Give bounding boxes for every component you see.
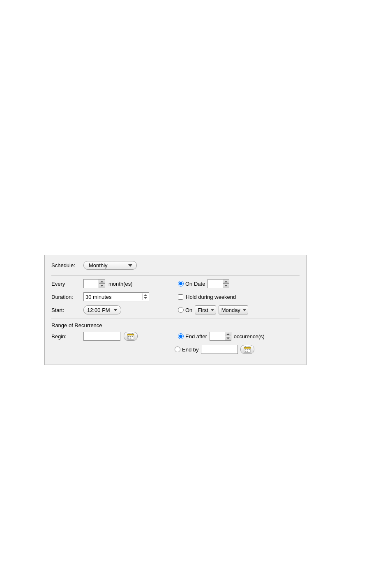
svg-rect-17: [247, 351, 248, 352]
every-row: Every 1 month(es) On Date 1: [51, 279, 300, 288]
start-row: Start: 12:00 PM On First Monday: [51, 305, 300, 314]
on-date-radio-group: On Date: [178, 281, 205, 287]
every-label: Every: [51, 281, 80, 287]
svg-rect-6: [132, 336, 133, 337]
end-after-spin-up-button[interactable]: [225, 332, 231, 336]
duration-arrow-icons[interactable]: [143, 293, 147, 300]
start-label: Start:: [51, 307, 80, 313]
svg-rect-16: [245, 351, 246, 352]
svg-rect-14: [247, 349, 248, 350]
recurrence-section: Range of Recurrence Begin: 06/13/2006: [51, 319, 300, 354]
occurrences-label: occurence(s): [234, 333, 265, 340]
schedule-dialog: Schedule: Monthly Every 1 month(es) On D…: [44, 255, 307, 365]
end-by-calendar-icon: [244, 346, 251, 353]
duration-value: 30 minutes: [85, 294, 141, 300]
schedule-row: Schedule: Monthly: [51, 261, 300, 270]
end-by-radio-group: End by: [175, 347, 198, 353]
end-after-input[interactable]: 1: [210, 332, 225, 340]
every-spinbox[interactable]: 1: [83, 279, 105, 288]
on-date-spin-up-button[interactable]: [223, 280, 229, 284]
day-value: Monday: [221, 307, 240, 313]
begin-endafter-row: Begin: 06/13/2006: [51, 332, 300, 341]
every-spin-down-button[interactable]: [99, 284, 105, 288]
divider: [51, 275, 300, 276]
svg-rect-15: [249, 349, 250, 350]
on-date-spinbox[interactable]: 1: [208, 279, 229, 288]
on-radio[interactable]: [178, 307, 184, 313]
hold-weekend-checkbox[interactable]: [178, 294, 183, 300]
first-value: First: [198, 307, 208, 313]
on-date-spin-down-button[interactable]: [223, 284, 229, 288]
begin-date-input[interactable]: 06/13/2006: [83, 332, 120, 341]
on-radio-group: On: [178, 307, 192, 313]
schedule-value: Monthly: [89, 262, 125, 268]
hold-weekend-label: Hold during weekend: [186, 294, 236, 300]
months-label: month(es): [108, 281, 133, 287]
svg-rect-1: [127, 334, 134, 335]
svg-rect-8: [130, 338, 131, 339]
begin-label: Begin:: [51, 333, 80, 340]
every-spin-up-button[interactable]: [99, 280, 105, 284]
end-after-radio[interactable]: [178, 333, 184, 339]
on-date-radio[interactable]: [178, 281, 184, 287]
end-by-radio[interactable]: [175, 347, 180, 352]
end-after-radio-group: End after: [178, 333, 207, 340]
first-select[interactable]: First: [195, 305, 216, 314]
schedule-dropdown-arrow-icon: [128, 264, 132, 267]
duration-select[interactable]: 30 minutes: [83, 292, 149, 301]
day-select[interactable]: Monday: [219, 305, 248, 314]
every-spin-buttons: [99, 280, 105, 288]
start-time-dropdown-arrow-icon: [113, 309, 118, 311]
svg-rect-7: [128, 338, 129, 339]
recurrence-title: Range of Recurrence: [51, 322, 300, 328]
end-after-spinbox[interactable]: 1: [210, 332, 231, 341]
on-label: On: [185, 307, 192, 313]
duration-row: Duration: 30 minutes Hold during weekend: [51, 292, 300, 301]
end-by-row: End by 06/13/2006: [51, 345, 300, 354]
svg-rect-10: [244, 347, 251, 349]
every-input[interactable]: 1: [84, 280, 99, 288]
end-by-label: End by: [182, 347, 198, 353]
end-by-calendar-button[interactable]: [240, 345, 254, 354]
svg-rect-13: [245, 349, 246, 350]
duration-down-icon: [144, 296, 147, 299]
svg-rect-5: [130, 336, 131, 337]
schedule-dropdown[interactable]: Monthly: [83, 261, 137, 270]
on-date-input[interactable]: 1: [208, 280, 223, 288]
duration-label: Duration:: [51, 294, 80, 300]
day-select-arrow-icon: [243, 309, 246, 311]
start-time-dropdown[interactable]: 12:00 PM: [83, 305, 121, 314]
end-after-label: End after: [185, 333, 207, 340]
first-select-arrow-icon: [211, 309, 214, 311]
end-by-date-input[interactable]: 06/13/2006: [201, 345, 238, 354]
end-after-spin-down-button[interactable]: [225, 336, 231, 340]
begin-calendar-icon: [127, 333, 134, 340]
end-after-spin-buttons: [225, 332, 231, 340]
begin-calendar-button[interactable]: [124, 332, 138, 341]
on-date-spin-buttons: [223, 280, 229, 288]
start-time-value: 12:00 PM: [87, 307, 110, 313]
schedule-label: Schedule:: [51, 262, 80, 268]
on-date-label: On Date: [185, 281, 205, 287]
svg-rect-4: [128, 336, 129, 337]
